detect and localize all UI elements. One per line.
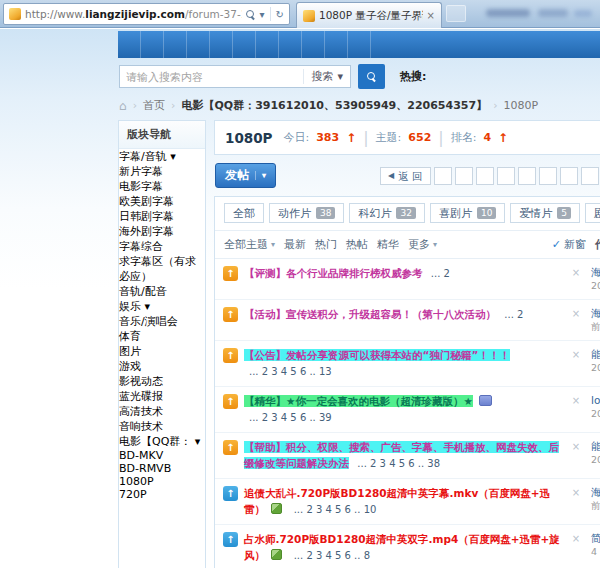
search-input[interactable]: [120, 71, 303, 83]
thread-author[interactable]: 海: [591, 306, 600, 320]
nav-item[interactable]: [233, 31, 256, 58]
breadcrumb-home[interactable]: 首页: [143, 98, 165, 113]
sidebar-item[interactable]: 海外剧字幕: [119, 224, 205, 239]
address-bar[interactable]: http://www.liangzijievip.com/forum-37-1.…: [3, 3, 290, 25]
close-icon[interactable]: ×: [568, 349, 584, 360]
sidebar-item[interactable]: 电影字幕: [119, 179, 205, 194]
nav-item[interactable]: [164, 31, 187, 58]
search-button[interactable]: [358, 64, 385, 89]
page-button[interactable]: [497, 167, 515, 185]
thread-pagination[interactable]: ... 2 3 4 5 6 .. 10: [294, 504, 377, 515]
refresh-icon[interactable]: ↻: [276, 9, 284, 20]
nav-item[interactable]: [256, 31, 279, 58]
thread-title-link[interactable]: 【精华】★你一定会喜欢的电影（超清珍藏版）★: [244, 395, 473, 407]
sidebar-item[interactable]: 蓝光碟报: [119, 389, 205, 404]
thread-pagination[interactable]: ... 2: [504, 309, 523, 320]
back-button[interactable]: ◀ 返 回: [380, 167, 431, 185]
thread-pagination[interactable]: ... 2 3 4 5 6 .. 39: [249, 412, 332, 423]
nav-item[interactable]: [210, 31, 233, 58]
nav-item[interactable]: [118, 31, 141, 58]
tab-close-icon[interactable]: ×: [427, 10, 435, 21]
sidebar-item[interactable]: 图片: [119, 344, 205, 359]
thread-author[interactable]: 海: [591, 265, 600, 279]
close-icon[interactable]: ×: [568, 441, 584, 452]
sidebar-item[interactable]: 字幕综合: [119, 239, 205, 254]
close-icon[interactable]: ×: [568, 533, 584, 544]
category-tab[interactable]: 科幻片 32: [349, 203, 424, 223]
close-icon[interactable]: ×: [568, 267, 584, 278]
page-button[interactable]: [476, 167, 494, 185]
close-icon[interactable]: ×: [568, 487, 584, 498]
search-icon[interactable]: [246, 10, 255, 19]
thread-pagination[interactable]: ... 2 3 4 5 6 .. 8: [294, 550, 370, 561]
close-icon[interactable]: ×: [568, 308, 584, 319]
sidebar-item[interactable]: 新片字幕: [119, 164, 205, 179]
thread-title-link[interactable]: 【公告】发帖分享资源可以获得本站的“独门秘籍”！！！: [244, 349, 510, 361]
thread-author-cell: 简 4: [584, 531, 600, 559]
new-window-toggle[interactable]: ✓ 新窗: [552, 237, 586, 252]
thread-pin-icon: ↑: [223, 307, 238, 322]
up-arrow-icon: ↑: [498, 131, 508, 145]
thread-title-link[interactable]: 【活动】宣传送积分，升级超容易！（第十八次活动）: [244, 308, 496, 320]
sidebar-item[interactable]: 游戏: [119, 359, 205, 374]
sort-link[interactable]: 精华: [377, 237, 399, 252]
sidebar-item[interactable]: 字幕/音轨 ▾: [119, 149, 205, 164]
sidebar-item[interactable]: 高清技术: [119, 404, 205, 419]
sidebar-item[interactable]: 求字幕区（有求必应）: [119, 254, 205, 284]
thread-title-link[interactable]: 【评测】各个行业品牌排行榜权威参考: [244, 267, 423, 279]
sort-link[interactable]: 热门: [315, 237, 337, 252]
sidebar-item[interactable]: 1080P: [119, 475, 205, 488]
page-button[interactable]: [581, 167, 599, 185]
thread-author[interactable]: lo: [591, 393, 600, 407]
thread-author[interactable]: 海: [591, 485, 600, 499]
sidebar-item[interactable]: 体育: [119, 329, 205, 344]
caret-down-icon[interactable]: ▾: [260, 9, 265, 20]
page-button[interactable]: [539, 167, 557, 185]
page-button[interactable]: [518, 167, 536, 185]
sidebar-item[interactable]: 娱乐 ▾: [119, 299, 205, 314]
sidebar-item[interactable]: 影视动态: [119, 374, 205, 389]
sort-link[interactable]: 最新: [284, 237, 306, 252]
browser-tab[interactable]: 1080P 量子谷/量子界论坛 ... ×: [296, 2, 442, 28]
thread-pagination[interactable]: ... 2 3 4 5 6 .. 38: [357, 458, 440, 469]
thread-author[interactable]: 能: [591, 347, 600, 361]
thread-author[interactable]: 能: [591, 439, 600, 453]
sort-link[interactable]: 全部主题 ▾: [224, 237, 275, 252]
sidebar-item[interactable]: 电影【QQ群： ▾: [119, 434, 205, 449]
page-button[interactable]: [434, 167, 452, 185]
category-tab[interactable]: 爱情片 5: [510, 203, 580, 223]
sidebar-item[interactable]: 音轨/配音: [119, 284, 205, 299]
page-button[interactable]: [560, 167, 578, 185]
sidebar-item[interactable]: 欧美剧字幕: [119, 194, 205, 209]
sort-link[interactable]: 热帖: [346, 237, 368, 252]
category-tab[interactable]: 动作片 38: [269, 203, 344, 223]
category-tab[interactable]: 剧情片 32: [585, 203, 600, 223]
sidebar-item[interactable]: 720P: [119, 488, 205, 501]
new-tab-button[interactable]: [446, 5, 466, 22]
thread-title-link[interactable]: 追债大乱斗.720P版BD1280超清中英字幕.mkv（百度网盘+迅雷）: [244, 487, 550, 515]
nav-item[interactable]: [187, 31, 210, 58]
nav-item[interactable]: [302, 31, 325, 58]
thread-pagination[interactable]: ... 2 3 4 5 6 .. 13: [249, 366, 332, 377]
search-type-dropdown[interactable]: 搜索▾: [303, 69, 350, 84]
breadcrumb-forum[interactable]: 电影【QQ群：391612010、53905949、220654357】: [181, 98, 487, 113]
sidebar-item[interactable]: BD-MKV: [119, 449, 205, 462]
thread-author[interactable]: 简: [591, 531, 600, 545]
page-button[interactable]: [455, 167, 473, 185]
close-icon[interactable]: ×: [568, 395, 584, 406]
sidebar-item[interactable]: 日韩剧字幕: [119, 209, 205, 224]
home-icon[interactable]: ⌂: [119, 99, 127, 113]
sort-link[interactable]: 更多 ▾: [408, 237, 437, 252]
nav-item[interactable]: [325, 31, 348, 58]
category-tab[interactable]: 喜剧片 10: [430, 203, 505, 223]
nav-item[interactable]: [141, 31, 164, 58]
sidebar-item[interactable]: BD-RMVB: [119, 462, 205, 475]
sidebar-item[interactable]: 音乐/演唱会: [119, 314, 205, 329]
new-post-button[interactable]: 发帖 ▾: [215, 163, 276, 188]
thread-title-link[interactable]: 占水师.720P版BD1280超清中英双字.mp4（百度网盘+迅雷+旋风）: [244, 533, 560, 561]
nav-item[interactable]: [348, 31, 371, 58]
nav-item[interactable]: [279, 31, 302, 58]
sidebar-item[interactable]: 音响技术: [119, 419, 205, 434]
category-tab[interactable]: 全部: [224, 203, 264, 223]
thread-pagination[interactable]: ... 2: [431, 268, 450, 279]
